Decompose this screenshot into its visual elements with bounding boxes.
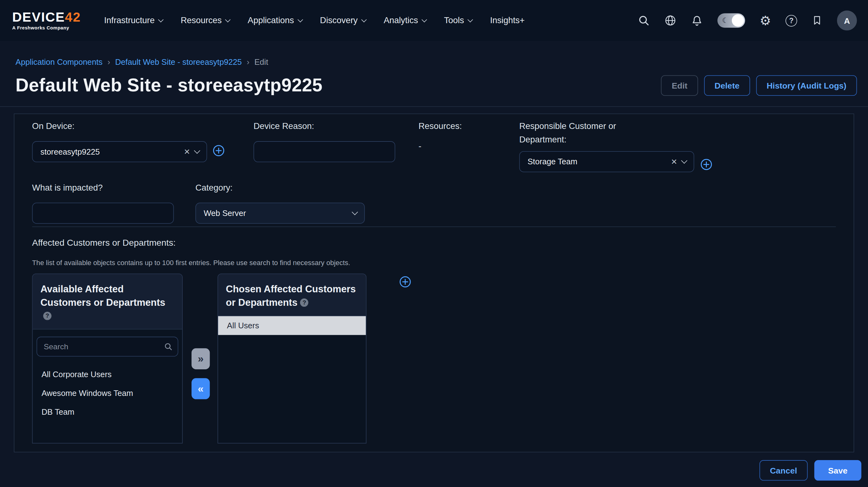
breadcrumb-current: Edit <box>254 58 268 66</box>
header-divider <box>0 106 868 107</box>
affected-hint: The list of available objects contains u… <box>32 259 350 267</box>
breadcrumb-separator: › <box>107 58 111 66</box>
help-icon[interactable]: ? <box>300 298 309 307</box>
settings-gear-icon[interactable]: ⚙ <box>760 14 771 27</box>
chosen-list: All Users <box>218 316 366 335</box>
impacted-input[interactable] <box>32 203 174 224</box>
nav-analytics[interactable]: Analytics <box>383 16 426 26</box>
device42-logo[interactable]: DEVICE42 A Freshworks Company <box>12 11 81 31</box>
chevron-down-icon <box>422 17 427 22</box>
user-avatar[interactable]: A <box>837 11 857 31</box>
header-actions: Edit Delete History (Audit Logs) <box>661 75 857 95</box>
clear-icon[interactable]: × <box>671 157 677 167</box>
clear-icon[interactable]: × <box>184 147 190 157</box>
breadcrumb-separator: › <box>247 58 249 66</box>
device-reason-field: Device Reason: <box>253 120 395 162</box>
on-device-label: On Device: <box>32 120 207 133</box>
resources-label: Resources: <box>418 120 462 133</box>
edit-form-panel: On Device: storeeasytp9225 × Device Reas… <box>14 114 854 453</box>
nav-infrastructure[interactable]: Infrastructure <box>104 16 163 26</box>
add-device-button[interactable] <box>213 145 225 159</box>
chevron-down-icon <box>225 17 231 22</box>
list-item[interactable]: Awesome Windows Team <box>33 384 182 403</box>
available-search <box>33 330 182 362</box>
logo-text: DEVICE42 <box>12 11 81 24</box>
device42-app: DEVICE42 A Freshworks Company Infrastruc… <box>0 0 868 487</box>
globe-icon[interactable] <box>664 14 677 27</box>
theme-toggle[interactable]: ☾ <box>717 13 745 28</box>
chevron-down-icon <box>681 157 687 164</box>
device-reason-input[interactable] <box>253 141 395 162</box>
available-list: All Corporate Users Awesome Windows Team… <box>33 362 182 422</box>
on-device-select[interactable]: storeeasytp9225 × <box>32 141 207 162</box>
impacted-field: What is impacted? <box>32 181 174 223</box>
responsible-field: Responsible Customer or Department: Stor… <box>519 120 694 172</box>
page-title: Default Web Site - storeeasytp9225 <box>16 74 322 96</box>
add-customer-button[interactable] <box>700 158 712 173</box>
on-device-field: On Device: storeeasytp9225 × <box>32 120 207 162</box>
moon-icon: ☾ <box>722 16 729 24</box>
available-listbox-title: Available Affected Customers or Departme… <box>33 274 182 330</box>
form-footer: Cancel Save <box>0 452 868 487</box>
category-label: Category: <box>195 181 365 194</box>
notifications-bell-icon[interactable] <box>691 14 704 27</box>
resources-value: - <box>418 141 421 151</box>
list-item[interactable]: DB Team <box>33 403 182 422</box>
history-audit-logs-button[interactable]: History (Audit Logs) <box>756 75 857 95</box>
nav-discovery[interactable]: Discovery <box>320 16 366 26</box>
search-icon <box>164 342 173 353</box>
impacted-label: What is impacted? <box>32 181 174 194</box>
toggle-knob <box>732 14 744 27</box>
form-divider <box>32 226 836 227</box>
responsible-label: Responsible Customer or Department: <box>519 120 644 146</box>
cancel-button[interactable]: Cancel <box>760 460 808 480</box>
breadcrumb-application-components[interactable]: Application Components <box>16 58 103 66</box>
edit-button[interactable]: Edit <box>661 75 698 95</box>
help-icon[interactable]: ? <box>43 312 52 320</box>
chosen-listbox: Chosen Affected Customers or Departments… <box>217 274 366 444</box>
nav-tools[interactable]: Tools <box>444 16 472 26</box>
bookmark-icon[interactable] <box>812 14 823 27</box>
breadcrumb-component[interactable]: Default Web Site - storeeasytp9225 <box>115 58 242 66</box>
affected-section-label: Affected Customers or Departments: <box>32 238 176 248</box>
chosen-listbox-title: Chosen Affected Customers or Departments… <box>218 274 366 316</box>
chevron-down-icon <box>158 17 164 22</box>
available-search-input[interactable] <box>37 337 178 357</box>
main-nav: Infrastructure Resources Applications Di… <box>104 16 525 26</box>
available-listbox: Available Affected Customers or Departme… <box>32 274 183 444</box>
top-navbar: DEVICE42 A Freshworks Company Infrastruc… <box>0 0 868 41</box>
chevron-down-icon <box>298 17 303 22</box>
help-icon[interactable]: ? <box>785 15 797 26</box>
list-item[interactable]: All Corporate Users <box>33 365 182 384</box>
move-right-button[interactable]: » <box>191 348 210 369</box>
responsible-select[interactable]: Storage Team × <box>519 151 694 172</box>
save-button[interactable]: Save <box>814 460 861 480</box>
resources-field: Resources: - <box>418 120 462 151</box>
add-affected-button[interactable] <box>399 276 411 290</box>
logo-tagline: A Freshworks Company <box>12 25 81 31</box>
delete-button[interactable]: Delete <box>704 75 750 95</box>
chevron-down-icon <box>362 17 367 22</box>
nav-resources[interactable]: Resources <box>181 16 230 26</box>
device-reason-label: Device Reason: <box>253 120 395 133</box>
nav-insights[interactable]: Insights+ <box>490 16 525 26</box>
chevron-down-icon <box>468 17 473 22</box>
chevron-down-icon <box>352 209 358 215</box>
nav-applications[interactable]: Applications <box>248 16 302 26</box>
navbar-icons: ☾ ⚙ ? A <box>638 11 857 31</box>
move-left-button[interactable]: « <box>191 378 210 399</box>
page-header: Default Web Site - storeeasytp9225 Edit … <box>16 74 857 96</box>
search-icon[interactable] <box>638 14 650 27</box>
category-field: Category: Web Server <box>195 181 365 223</box>
chevron-down-icon <box>194 147 200 154</box>
breadcrumb: Application Components › Default Web Sit… <box>16 58 852 66</box>
category-select[interactable]: Web Server <box>195 203 365 224</box>
list-item-selected[interactable]: All Users <box>218 316 366 335</box>
